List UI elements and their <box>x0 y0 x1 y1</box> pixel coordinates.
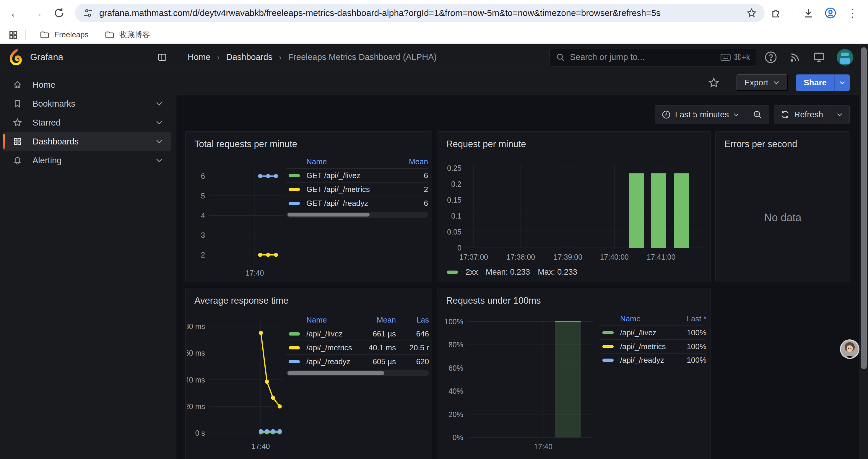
legend-row[interactable]: /api/_/metrics 40.1 ms 20.5 r <box>286 340 429 355</box>
legend-col-name[interactable]: Name <box>306 157 327 166</box>
bookmark-icon <box>12 99 23 108</box>
legend-scrollbar[interactable] <box>286 370 429 376</box>
svg-text:17:40:00: 17:40:00 <box>600 253 629 261</box>
legend-col-mean[interactable]: Mean <box>361 316 396 325</box>
refresh-interval-button[interactable] <box>830 105 849 124</box>
legend-table: Name Mean GET /api/_/livez 6 GET /api/_/… <box>286 155 428 218</box>
chevron-down-icon[interactable] <box>155 139 163 144</box>
floating-assistant-avatar[interactable] <box>840 339 860 359</box>
series-color-pill <box>289 360 300 363</box>
bookmark-folder-label: 收藏博客 <box>119 30 150 40</box>
breadcrumb-home[interactable]: Home <box>188 52 210 62</box>
svg-text:6: 6 <box>201 172 205 180</box>
no-data-message: No data <box>716 211 850 224</box>
chevron-down-icon <box>839 80 845 85</box>
panel-total-requests-per-minute: Total requests per minute 17:4065432 Nam… <box>185 131 432 282</box>
sidebar-item-starred[interactable]: Starred <box>3 113 171 132</box>
dashboards-grid-icon <box>12 137 23 146</box>
extensions-icon[interactable] <box>770 7 782 19</box>
svg-text:17:39:00: 17:39:00 <box>554 253 582 261</box>
svg-text:17:40: 17:40 <box>534 442 553 451</box>
browser-forward-icon[interactable]: → <box>30 5 45 21</box>
legend-row[interactable]: /api/_/livez 100% <box>600 326 706 339</box>
legend-2xx[interactable]: 2xx Mean: 0.233 Max: 0.233 <box>447 268 577 277</box>
legend-row[interactable]: GET /api/_/livez 6 <box>286 168 428 182</box>
export-button[interactable]: Export <box>737 74 788 91</box>
apps-grid-icon[interactable] <box>8 30 18 40</box>
svg-text:0.1: 0.1 <box>451 212 462 220</box>
svg-text:20 ms: 20 ms <box>187 402 205 411</box>
help-icon[interactable] <box>764 51 778 64</box>
legend-row[interactable]: GET /api/_/readyz 6 <box>286 196 428 210</box>
url-bar[interactable]: grafana.mathmast.com/d/deytv4rwavabkb/fr… <box>75 4 765 22</box>
browser-back-icon[interactable]: ← <box>8 5 23 21</box>
downloads-icon[interactable] <box>802 7 814 19</box>
legend-row[interactable]: GET /api/_/metrics 2 <box>286 182 428 196</box>
legend-row[interactable]: /api/_/readyz 100% <box>600 353 706 367</box>
dashboard-toolbar: Export Share <box>176 71 868 95</box>
panel-title[interactable]: Total requests per minute <box>186 132 432 150</box>
sidebar-item-bookmarks[interactable]: Bookmarks <box>3 95 171 113</box>
total-requests-line-chart[interactable]: 17:4065432 <box>187 160 286 281</box>
legend-row[interactable]: /api/_/livez 661 µs 646 <box>286 327 429 340</box>
panel-title[interactable]: Average response time <box>186 288 432 306</box>
search-placeholder: Search or jump to... <box>570 52 720 62</box>
avg-response-time-line-chart[interactable]: 17:4080 ms60 ms40 ms20 ms0 s <box>187 314 286 455</box>
monitor-icon[interactable] <box>812 51 826 64</box>
panel-title[interactable]: Errors per second <box>716 132 850 150</box>
chevron-down-icon[interactable] <box>155 120 163 125</box>
grafana-logo[interactable] <box>9 49 24 65</box>
browser-reload-icon[interactable] <box>52 5 67 21</box>
news-rss-icon[interactable] <box>789 51 801 64</box>
share-button-group: Share <box>796 74 850 91</box>
chevron-down-icon <box>836 113 843 117</box>
legend-scrollbar[interactable] <box>286 212 428 218</box>
bookmark-star-icon[interactable] <box>746 8 757 18</box>
refresh-button[interactable]: Refresh <box>774 105 830 124</box>
collapse-sidebar-icon[interactable] <box>157 52 167 62</box>
chevron-down-icon[interactable] <box>155 101 163 106</box>
url-text[interactable]: grafana.mathmast.com/d/deytv4rwavabkb/fr… <box>99 8 742 18</box>
search-input[interactable]: Search or jump to... ⌘+k <box>550 48 756 66</box>
profile-icon[interactable] <box>824 7 837 19</box>
page-scrollbar-thumb[interactable] <box>861 47 867 369</box>
bookmark-folder-freeleaps[interactable]: Freeleaps <box>34 28 94 42</box>
legend-col-last[interactable]: Last * <box>671 314 706 323</box>
keyboard-icon <box>720 54 731 61</box>
svg-text:40 ms: 40 ms <box>187 376 205 384</box>
sidebar-item-alerting[interactable]: Alerting <box>3 151 171 169</box>
legend-row[interactable]: /api/_/readyz 605 µs 620 <box>286 355 429 368</box>
browser-menu-icon[interactable]: ⋮ <box>847 7 858 19</box>
tune-icon[interactable] <box>83 8 93 18</box>
share-menu-button[interactable] <box>834 74 850 91</box>
series-color-pill <box>289 188 300 191</box>
legend-col-last[interactable]: Las <box>396 316 429 325</box>
legend-table: Name Mean Las /api/_/livez 661 µs 646 /a… <box>286 313 429 376</box>
svg-text:80%: 80% <box>448 340 463 349</box>
chevron-down-icon[interactable] <box>155 158 163 163</box>
requests-under-100ms-area-chart[interactable]: 17:40100%80%60%40%20%0% <box>442 314 596 455</box>
panel-title[interactable]: Request per minute <box>437 132 711 150</box>
time-range-picker[interactable]: Last 5 minutes <box>655 105 746 124</box>
favorite-star-icon[interactable] <box>708 77 720 89</box>
sidebar-item-dashboards[interactable]: Dashboards <box>3 132 171 151</box>
sidebar-item-home[interactable]: Home <box>3 76 171 94</box>
legend-col-name[interactable]: Name <box>306 316 327 325</box>
bookmark-folder-blogs[interactable]: 收藏博客 <box>99 28 155 42</box>
breadcrumb-dashboards[interactable]: Dashboards <box>226 52 272 62</box>
svg-text:17:41:00: 17:41:00 <box>647 253 675 261</box>
series-color-pill <box>602 331 614 334</box>
browser-toolbar: ← → grafana.mathmast.com/d/deytv4rwavabk… <box>0 0 868 26</box>
svg-text:2: 2 <box>201 251 205 259</box>
legend-col-mean[interactable]: Mean <box>393 157 428 166</box>
panel-title[interactable]: Requests under 100ms <box>437 288 711 306</box>
legend-row[interactable]: /api/_/metrics 100% <box>600 339 706 353</box>
breadcrumb-separator: › <box>279 53 282 62</box>
legend-col-name[interactable]: Name <box>620 314 641 323</box>
zoom-out-button[interactable] <box>746 105 769 124</box>
user-avatar[interactable] <box>837 49 853 66</box>
svg-text:100%: 100% <box>444 318 463 326</box>
share-button[interactable]: Share <box>796 74 834 91</box>
svg-text:17:37:00: 17:37:00 <box>459 253 488 261</box>
request-per-minute-bar-chart[interactable]: 17:37:0017:38:0017:39:0017:40:0017:41:00… <box>440 158 708 263</box>
